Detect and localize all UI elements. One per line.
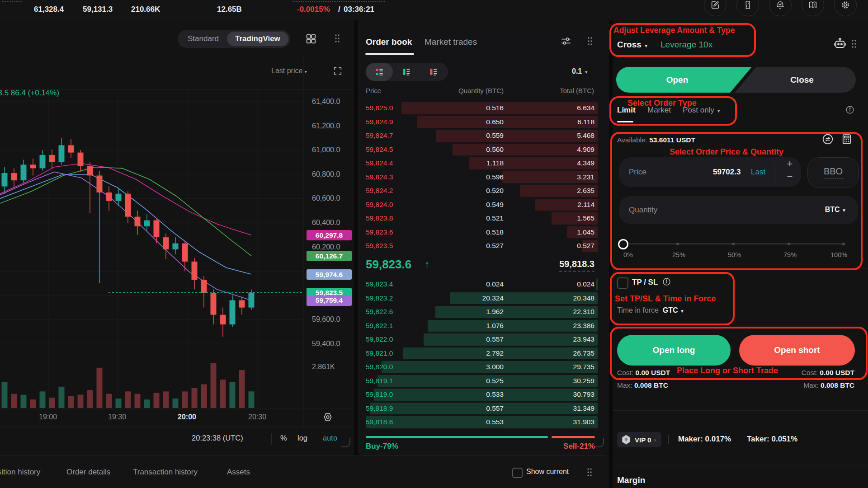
bottom-drag-handle-icon[interactable]: [586, 467, 593, 477]
price-alert-button[interactable]: [769, 0, 792, 16]
ask-row[interactable]: 59,824.90.6506.118: [358, 115, 609, 129]
margin-mode-select[interactable]: Cross ▼: [617, 40, 648, 50]
ask-row[interactable]: 59,824.20.5202.635: [358, 184, 609, 198]
tab-assets[interactable]: Assets: [227, 468, 250, 477]
settings-button[interactable]: [834, 0, 857, 16]
bid-row[interactable]: 59,819.10.52530.259: [358, 374, 609, 388]
orderbook-settings-icon[interactable]: [560, 35, 572, 47]
tab-market-trades[interactable]: Market trades: [425, 37, 477, 47]
order-type-info-icon[interactable]: [845, 105, 855, 115]
scale-log-button[interactable]: log: [297, 434, 307, 442]
order-total: 0.527: [504, 242, 594, 250]
leverage-select[interactable]: Leverage 10x: [660, 40, 712, 50]
mark-price[interactable]: 59,818.3: [559, 259, 594, 272]
price-tick: 61,200.0: [312, 122, 340, 130]
vip-badge[interactable]: VIP 0 ›: [617, 432, 661, 447]
bids-list: 59,823.40.0240.02459,823.220.32420.34859…: [358, 277, 609, 429]
quantity-unit-select[interactable]: BTC ▼: [825, 206, 846, 214]
order-type-post-only[interactable]: Post only ▼: [683, 106, 721, 115]
coupon-button[interactable]: [736, 0, 759, 16]
order-total: 4.349: [504, 159, 594, 167]
calculator-icon[interactable]: [840, 133, 853, 145]
show-current-checkbox[interactable]: [512, 468, 523, 478]
tab-open[interactable]: Open: [616, 67, 752, 93]
chart-resize-corner[interactable]: [341, 438, 350, 447]
tpsl-checkbox[interactable]: [617, 277, 628, 289]
price-decrease-button[interactable]: −: [781, 171, 799, 185]
slider-dot-75[interactable]: [788, 243, 790, 245]
slider-dot-50[interactable]: [732, 243, 735, 245]
order-type-market[interactable]: Market: [647, 106, 671, 115]
edit-icon: [710, 0, 720, 10]
ask-row[interactable]: 59,825.00.5166.634: [358, 101, 609, 115]
order-total: 22.310: [504, 308, 594, 316]
open-short-button[interactable]: Open short: [739, 335, 855, 366]
bid-row[interactable]: 59,822.00.55723.943: [358, 333, 609, 347]
buy-ratio-bar: [366, 436, 548, 438]
time-tick: 20:00: [178, 413, 196, 421]
book-view-both-button[interactable]: [366, 63, 393, 81]
edit-order-button[interactable]: [704, 0, 726, 16]
ask-row[interactable]: 59,824.70.5595.468: [358, 129, 609, 143]
order-quantity: 1.076: [420, 322, 504, 330]
order-quantity: 2.792: [420, 349, 504, 357]
ask-row[interactable]: 59,824.41.1184.349: [358, 156, 609, 170]
tpsl-info-icon[interactable]: [662, 277, 671, 286]
tab-order-details[interactable]: Order details: [66, 468, 110, 477]
bid-row[interactable]: 59,821.02.79226.735: [358, 347, 609, 361]
precision-select[interactable]: 0.1 ▼: [572, 67, 589, 75]
bid-row[interactable]: 59,822.11.07623.386: [358, 319, 609, 333]
orderbook-drag-handle-icon[interactable]: [586, 36, 594, 46]
price-input[interactable]: 59702.3: [713, 168, 741, 177]
orderbook-resize-corner[interactable]: [595, 438, 604, 447]
panel-drag-handle-icon[interactable]: [850, 39, 858, 49]
book-view-bids-button[interactable]: [393, 63, 420, 81]
tab-transaction-history[interactable]: Transaction history: [133, 468, 198, 477]
slider-knob[interactable]: [618, 239, 628, 249]
trading-bot-icon[interactable]: [833, 37, 847, 51]
candlestick-chart[interactable]: [0, 20, 354, 455]
ask-row[interactable]: 59,824.30.5963.231: [358, 170, 609, 184]
ask-row[interactable]: 59,824.50.5604.909: [358, 143, 609, 157]
bid-row[interactable]: 59,818.60.55331.903: [358, 415, 609, 429]
time-axis-settings-icon[interactable]: [322, 411, 334, 423]
open-long-button[interactable]: Open long: [617, 335, 731, 366]
tutorial-button[interactable]: [802, 0, 824, 16]
book-view-asks-button[interactable]: [420, 63, 447, 81]
scale-percent-button[interactable]: %: [280, 434, 287, 442]
tab-order-book[interactable]: Order book: [366, 37, 412, 47]
quantity-input[interactable]: Quantity: [629, 206, 657, 215]
ask-row[interactable]: 59,823.60.5181.045: [358, 225, 609, 239]
ask-row[interactable]: 59,823.50.5270.527: [358, 239, 609, 253]
price-axis[interactable]: 61,400.061,200.061,000.060,800.060,600.0…: [306, 20, 353, 455]
bid-row[interactable]: 59,823.220.32420.348: [358, 291, 609, 305]
price-last-tag[interactable]: Last: [751, 168, 765, 177]
bid-row[interactable]: 59,823.40.0240.024: [358, 277, 609, 291]
time-in-force-row[interactable]: Time in force GTC ▼: [617, 306, 684, 314]
bbo-button[interactable]: BBO: [807, 157, 859, 188]
price-alert-icon: [775, 0, 785, 10]
bid-row[interactable]: 59,818.90.55731.349: [358, 402, 609, 416]
price-increase-button[interactable]: +: [781, 158, 799, 172]
transfer-icon[interactable]: [821, 133, 834, 145]
tab-close[interactable]: Close: [735, 67, 856, 93]
order-type-limit[interactable]: Limit: [617, 106, 636, 115]
order-quantity: 3.000: [420, 363, 504, 371]
slider-dot-100[interactable]: [842, 243, 845, 245]
show-current-label[interactable]: Show current: [526, 468, 569, 476]
col-header-total: Total (BTC): [543, 87, 594, 94]
scale-auto-button[interactable]: auto: [323, 434, 337, 442]
order-total: 2.635: [504, 187, 594, 195]
slider-dot-25[interactable]: [676, 243, 679, 245]
mid-price-row[interactable]: 59,823.6 ↑ 59,818.3: [358, 254, 609, 277]
tab-position-history[interactable]: Position history: [0, 468, 40, 477]
order-total: 31.903: [504, 418, 594, 426]
order-price: 59,823.6: [366, 228, 420, 236]
ask-row[interactable]: 59,824.00.5492.114: [358, 198, 609, 212]
ticket-icon: [743, 0, 753, 10]
bid-row[interactable]: 59,822.61.96222.310: [358, 305, 609, 319]
bid-row[interactable]: 59,820.03.00029.735: [358, 360, 609, 374]
bid-row[interactable]: 59,819.00.53330.793: [358, 388, 609, 402]
ask-row[interactable]: 59,823.80.5211.565: [358, 211, 609, 225]
order-price: 59,824.9: [366, 118, 420, 126]
